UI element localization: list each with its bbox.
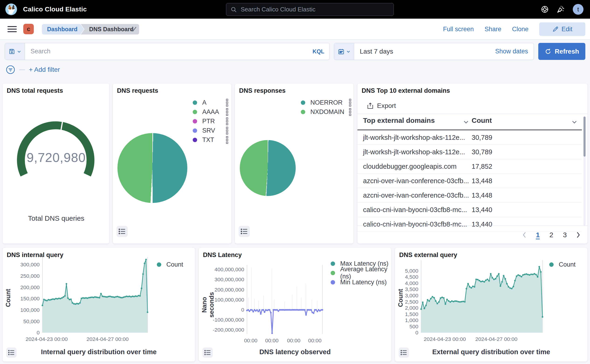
refresh-button[interactable]: Refresh: [538, 43, 585, 60]
global-search-input[interactable]: [241, 6, 389, 13]
add-filter-button[interactable]: + Add filter: [29, 66, 60, 73]
share-button[interactable]: Share: [484, 26, 501, 33]
legend-actions-icon[interactable]: [349, 99, 351, 106]
legend-toggle-button[interactable]: [117, 226, 128, 237]
time-range-field[interactable]: Last 7 days Show dates: [354, 43, 534, 60]
calico-cat-logo-icon[interactable]: [5, 3, 17, 15]
export-button[interactable]: Export: [367, 102, 396, 110]
breadcrumb-dashboard[interactable]: Dashboard: [42, 24, 84, 34]
legend-label[interactable]: TXT: [202, 136, 214, 143]
legend-label[interactable]: SRV: [202, 127, 215, 134]
page-button-1[interactable]: 1: [535, 231, 541, 239]
panel-dns-responses[interactable]: DNS responses NOERRORNXDOMAIN: [235, 83, 354, 244]
legend-item[interactable]: Average Latency (ns): [331, 268, 389, 278]
domain-cell: azcni-over-ivan-conference-03cfb...: [363, 192, 469, 199]
legend-toggle-button[interactable]: [6, 347, 17, 358]
page-button-2[interactable]: 2: [548, 231, 554, 239]
legend-label[interactable]: PTR: [202, 118, 215, 125]
space-badge[interactable]: c: [23, 24, 34, 34]
svg-text:3,500: 3,500: [405, 286, 418, 292]
column-count[interactable]: Count: [472, 117, 492, 124]
legend-label[interactable]: Count: [166, 261, 183, 268]
panel-top-external-domains[interactable]: DNS Top 10 external domains Export Top e…: [357, 83, 588, 244]
help-icon[interactable]: [540, 4, 550, 14]
panel-dns-internal-query[interactable]: DNS internal query Count 300,000250,0002…: [2, 247, 195, 362]
legend-item[interactable]: PTR: [193, 117, 228, 126]
panel-dns-latency[interactable]: DNS Latency Nano seconds 400,000,000300,…: [199, 247, 391, 362]
legend-actions-icon[interactable]: [226, 108, 228, 116]
legend-label[interactable]: NOERROR: [310, 99, 343, 106]
legend-item[interactable]: Count: [549, 260, 584, 269]
clone-button[interactable]: Clone: [512, 26, 528, 33]
legend-actions-icon[interactable]: [349, 108, 351, 116]
menu-icon[interactable]: [7, 25, 17, 34]
svg-text:100,000,000: 100,000,000: [215, 297, 244, 303]
legend-label[interactable]: A: [202, 99, 207, 106]
page-button-3[interactable]: 3: [562, 231, 568, 239]
legend-label[interactable]: Count: [559, 261, 576, 268]
legend-item[interactable]: A: [193, 98, 228, 107]
table-row[interactable]: azcni-over-ivan-conference-03cfb...13,44…: [357, 188, 582, 202]
sort-chevron-icon[interactable]: [463, 119, 469, 125]
kql-query-input[interactable]: [25, 43, 307, 60]
legend-toggle-button[interactable]: [239, 226, 250, 237]
dashboard-page: Calico Cloud Elastic t: [0, 0, 590, 364]
svg-text:0: 0: [37, 330, 40, 336]
domain-cell: jlt-worksh-jlt-workshop-aks-112e...: [363, 134, 465, 142]
chevron-down-icon: [17, 49, 21, 54]
domains-table-body: jlt-worksh-jlt-workshop-aks-112e...30,78…: [357, 130, 582, 231]
table-row[interactable]: clouddebugger.googleapis.com17,852: [357, 159, 582, 174]
show-dates-button[interactable]: Show dates: [495, 48, 528, 55]
next-page-icon[interactable]: [575, 231, 581, 238]
legend-label[interactable]: NXDOMAIN: [310, 108, 344, 116]
legend-item[interactable]: Count: [157, 260, 192, 269]
legend-actions-icon[interactable]: [226, 117, 228, 125]
legend-toggle-button[interactable]: [399, 347, 409, 358]
svg-text:5,000: 5,000: [405, 268, 418, 274]
legend-label[interactable]: Min Latency (ns): [340, 279, 387, 286]
legend-item[interactable]: NOERROR: [301, 98, 351, 107]
legend-item[interactable]: NXDOMAIN: [301, 107, 351, 117]
kql-search-group: KQL: [5, 43, 330, 60]
dashboard-toolbar: c Dashboard DNS Dashboard Full screen Sh…: [0, 19, 590, 40]
calendar-menu-button[interactable]: [334, 43, 354, 60]
table-row[interactable]: azcni-over-ivan-conference-03cfb...13,44…: [357, 174, 582, 188]
column-domains[interactable]: Top external domains: [363, 117, 435, 124]
svg-text:2,000: 2,000: [405, 305, 418, 311]
dns-responses-pie[interactable]: [240, 140, 296, 196]
filter-icon[interactable]: [6, 65, 15, 75]
latency-legend: Max Latency (ns)Average Latency (ns)Min …: [331, 259, 389, 287]
user-avatar[interactable]: t: [573, 4, 584, 15]
dns-requests-pie[interactable]: [117, 133, 187, 203]
count-cell: 13,448: [472, 192, 492, 199]
prev-page-icon[interactable]: [522, 231, 527, 238]
panel-dns-external-query[interactable]: DNS external query Count 5,0004,5004,000…: [395, 247, 588, 362]
saved-query-menu-button[interactable]: [5, 43, 25, 60]
scrollbar-thumb[interactable]: [584, 117, 586, 156]
legend-item[interactable]: Min Latency (ns): [331, 278, 389, 287]
svg-text:2024-04-27 00:00: 2024-04-27 00:00: [86, 336, 129, 342]
legend-item[interactable]: SRV: [193, 126, 228, 135]
edit-button[interactable]: Edit: [539, 22, 585, 36]
sort-chevron-icon[interactable]: [571, 119, 577, 125]
global-search[interactable]: [226, 3, 394, 16]
table-row[interactable]: jlt-worksh-jlt-workshop-aks-112e...30,78…: [357, 145, 582, 159]
table-row[interactable]: calico-cni-ivan-byocni-03cfb8-mc...13,44…: [357, 202, 582, 217]
panel-dns-total-requests[interactable]: DNS total requests 9,720,980 Total DNS q…: [2, 83, 110, 244]
panel-dns-requests[interactable]: DNS requests AAAAAPTRSRVTXT: [113, 83, 232, 244]
external-query-legend: Count: [549, 260, 584, 269]
full-screen-button[interactable]: Full screen: [443, 26, 474, 33]
legend-item[interactable]: AAAA: [193, 107, 228, 117]
legend-actions-icon[interactable]: [226, 99, 228, 106]
legend-label[interactable]: AAAA: [202, 108, 219, 116]
legend-actions-icon[interactable]: [226, 136, 228, 144]
legend-toggle-button[interactable]: [202, 347, 213, 358]
legend-item[interactable]: TXT: [193, 135, 228, 144]
legend-actions-icon[interactable]: [226, 127, 228, 135]
table-row[interactable]: jlt-worksh-jlt-workshop-aks-112e...30,78…: [357, 130, 582, 145]
time-picker-group: Last 7 days Show dates: [334, 43, 534, 60]
table-scrollbar[interactable]: [584, 117, 586, 226]
svg-text:2,500: 2,500: [405, 299, 418, 305]
kql-syntax-button[interactable]: KQL: [307, 43, 330, 60]
whats-new-party-icon[interactable]: [556, 4, 566, 14]
